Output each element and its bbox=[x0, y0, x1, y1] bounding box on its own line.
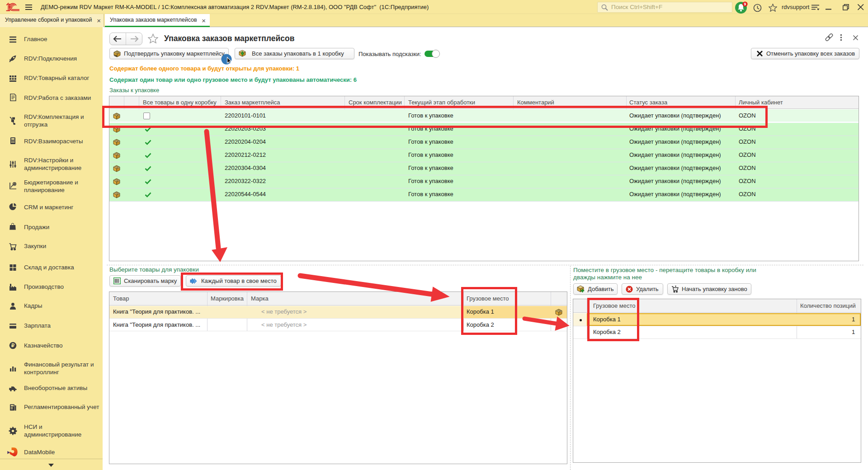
svg-text:₽: ₽ bbox=[14, 182, 15, 185]
svg-text:₽: ₽ bbox=[11, 343, 14, 348]
svg-text:9: 9 bbox=[744, 2, 746, 6]
